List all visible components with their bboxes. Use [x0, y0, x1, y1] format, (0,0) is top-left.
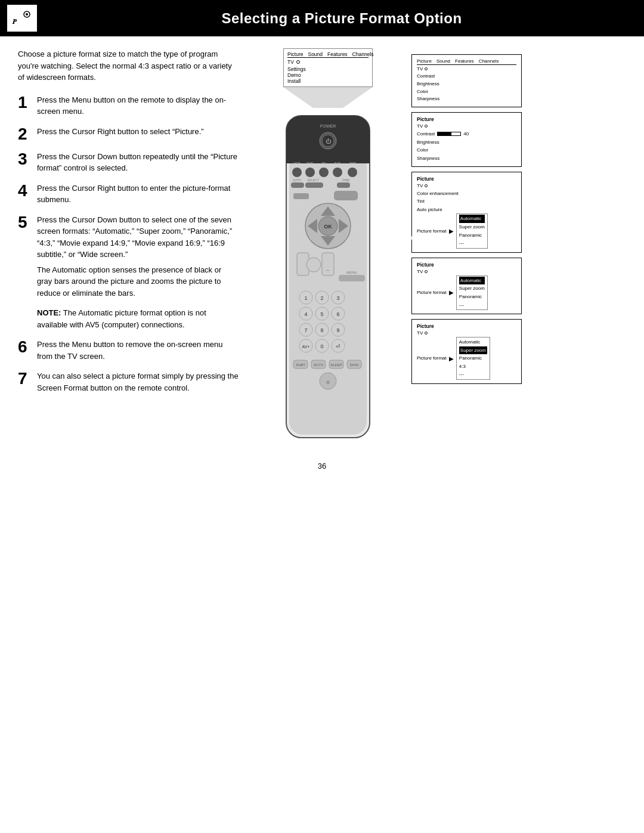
menu4-items: Color enhancement Tint Auto picture Pict…: [417, 190, 516, 249]
svg-text:SAT: SAT: [335, 162, 341, 165]
step-2: 2 Press the Cursor Right button to selec…: [18, 126, 239, 143]
logo: 𝑷: [7, 5, 37, 32]
svg-text:8: 8: [320, 327, 323, 333]
step-number-2-overlay: 2: [393, 187, 411, 220]
svg-marker-4: [283, 87, 373, 108]
step-number-6-overlay: 6: [393, 318, 411, 351]
svg-text:AV+: AV+: [302, 345, 310, 349]
step-6: 6 Press the Menu button to remove the on…: [18, 339, 239, 362]
intro-paragraph: Choose a picture format size to match th…: [18, 48, 239, 83]
menu-screen-6: Picture TV Picture format ▶ Automatic Su…: [411, 319, 522, 384]
step-4-text: Press the Cursor Right button to enter t…: [37, 182, 239, 206]
svg-text:AUTO: AUTO: [293, 178, 301, 182]
svg-text:DVD: DVD: [306, 162, 314, 165]
page: 𝑷 Selecting a Picture Format Option Choo…: [0, 0, 644, 833]
svg-text:SELECT: SELECT: [307, 178, 318, 182]
svg-rect-28: [337, 182, 350, 188]
page-footer: 36: [0, 462, 644, 482]
svg-rect-32: [293, 193, 309, 199]
funnel-svg: [283, 87, 373, 108]
step-1-number: 1: [18, 94, 31, 111]
tv-indicator-5-icon: [425, 332, 428, 335]
menu-screen-2: PictureSoundFeaturesChannels TV Contrast…: [411, 54, 522, 107]
menu-screen-3: Picture TV Contrast 40 Brightness Color: [411, 112, 522, 166]
arrow-right-icon: ▶: [449, 226, 454, 236]
svg-text:DVIO: DVIO: [350, 363, 359, 367]
step-3-text: Press the Cursor Down button repeatedly …: [37, 151, 239, 174]
note-content: The Automatic picture format option is n…: [37, 308, 206, 329]
step-6-number: 6: [18, 339, 31, 355]
step-4-number: 4: [18, 182, 31, 199]
svg-point-45: [306, 258, 321, 272]
step-number-1-overlay: 1: [393, 259, 411, 292]
step-6-text: Press the Menu button to remove the on-s…: [37, 339, 239, 362]
menu3-items: Contrast 40 Brightness Color Sharpness: [417, 130, 516, 162]
menu1-titlebar: Picture Sound Features Channels: [287, 51, 369, 58]
tv-indicator-4-icon: [425, 270, 428, 273]
svg-text:POWER: POWER: [320, 124, 336, 128]
philips-logo-icon: 𝑷: [10, 7, 34, 30]
arrow-right-3-icon: ▶: [449, 354, 454, 364]
svg-rect-26: [291, 182, 304, 188]
steps-list: 1 Press the Menu button on the remote to…: [18, 94, 239, 394]
page-title: Selecting a Picture Format Option: [47, 10, 637, 27]
right-column: Picture Sound Features Channels TV Setti…: [250, 48, 626, 444]
svg-point-22: [348, 168, 357, 177]
svg-text:6: 6: [336, 311, 339, 317]
note-text: NOTE: The Automatic picture format optio…: [37, 307, 239, 330]
step-3: 3 Press the Cursor Down button repeatedl…: [18, 151, 239, 174]
step-3-number: 3: [18, 151, 31, 168]
svg-point-20: [319, 168, 329, 177]
svg-text:2: 2: [320, 295, 323, 301]
tv-dot-icon: [296, 60, 300, 64]
page-header: 𝑷 Selecting a Picture Format Option: [0, 0, 644, 36]
svg-text:DMM: DMM: [342, 178, 349, 182]
svg-rect-33: [334, 191, 358, 200]
menu5-items: Picture format ▶ Automatic Super zoom Pa…: [417, 275, 516, 310]
svg-text:9: 9: [336, 327, 339, 333]
left-column: Choose a picture format size to match th…: [18, 48, 239, 444]
menu6-items: Picture format ▶ Automatic Super zoom Pa…: [417, 337, 516, 380]
step-7-number: 7: [18, 370, 31, 387]
svg-text:3: 3: [336, 295, 339, 301]
page-number: 36: [318, 462, 326, 470]
step-5: 5 Press the Cursor Down button to select…: [18, 214, 239, 299]
remote-control: POWER ⏻ VCR DVD TV SAT AMP: [250, 110, 405, 444]
tv-indicator-2-icon: [425, 125, 428, 128]
svg-rect-50: [339, 275, 365, 281]
menu-screen-4: Picture TV Color enhancement Tint Auto p…: [411, 172, 522, 253]
svg-point-3: [26, 13, 28, 16]
svg-text:VCR: VCR: [293, 162, 301, 165]
menu1-items: Settings Demo Install: [287, 66, 369, 84]
step-1: 1 Press the Menu button on the remote to…: [18, 94, 239, 117]
step-1-text: Press the Menu button on the remote to d…: [37, 94, 239, 117]
menu-screen-5: Picture TV Picture format ▶ Automatic Su…: [411, 258, 522, 314]
svg-rect-27: [305, 182, 323, 188]
svg-text:SUBT: SUBT: [296, 363, 305, 367]
submenu-4: Automatic Super zoom Panoramic ---: [456, 213, 488, 248]
step-2-number: 2: [18, 126, 31, 143]
step-5-extra: The Automatic option senses the presence…: [37, 264, 239, 299]
remote-svg: POWER ⏻ VCR DVD TV SAT AMP: [268, 110, 388, 444]
svg-text:5: 5: [320, 311, 323, 317]
svg-text:4: 4: [304, 311, 307, 317]
note-label: NOTE:: [37, 308, 61, 317]
svg-point-19: [305, 168, 315, 177]
note-block: NOTE: The Automatic picture format optio…: [37, 307, 239, 330]
svg-text:1: 1: [304, 295, 307, 301]
step-5-number: 5: [18, 214, 31, 231]
svg-text:◎: ◎: [326, 380, 330, 384]
menus-area: PictureSoundFeaturesChannels TV Contrast…: [411, 48, 626, 444]
svg-text:−: −: [327, 268, 330, 273]
svg-text:𝑷: 𝑷: [12, 18, 17, 25]
svg-text:MENU: MENU: [346, 271, 357, 274]
svg-text:0: 0: [320, 343, 323, 349]
tv-indicator-icon: [425, 67, 428, 70]
svg-point-21: [333, 168, 342, 177]
step-7: 7 You can also select a picture format s…: [18, 370, 239, 394]
svg-text:SLEEP: SLEEP: [330, 363, 342, 367]
submenu-5: Automatic Super zoom Panoramic ---: [456, 275, 488, 310]
slider-visual-icon: [437, 132, 461, 136]
svg-text:7: 7: [304, 327, 307, 333]
arrow-right-2-icon: ▶: [449, 287, 454, 298]
